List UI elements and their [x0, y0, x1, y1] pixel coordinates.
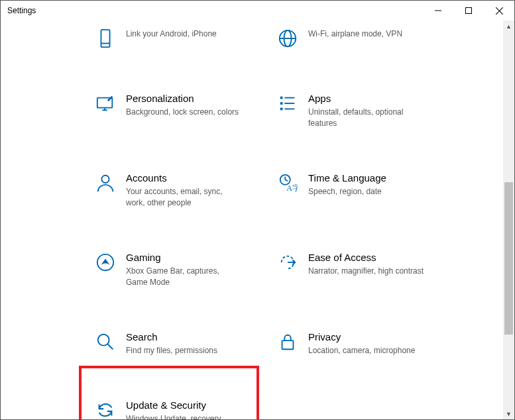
close-button[interactable]: [484, 1, 514, 21]
category-label: Gaming: [126, 251, 242, 264]
category-network[interactable]: Wi-Fi, airplane mode, VPN: [272, 23, 448, 56]
scroll-up-arrow[interactable]: ▲: [503, 21, 514, 32]
window-title: Settings: [7, 6, 423, 15]
privacy-icon: [276, 331, 299, 353]
accounts-icon: [94, 172, 117, 194]
svg-rect-17: [284, 109, 294, 110]
search-icon: [94, 331, 117, 353]
category-desc: Location, camera, microphone: [308, 345, 415, 356]
personalization-icon: [94, 92, 117, 115]
category-label: Accounts: [126, 172, 242, 185]
svg-rect-27: [282, 341, 294, 349]
gaming-icon: [94, 251, 117, 274]
client-area: Link your Android, iPhone Wi-Fi, airplan…: [1, 21, 514, 419]
svg-rect-1: [466, 8, 472, 14]
category-phone[interactable]: Link your Android, iPhone: [90, 23, 266, 56]
category-search[interactable]: Search Find my files, permissions: [90, 327, 266, 363]
category-label: Update & Security: [126, 399, 242, 412]
category-update-security[interactable]: Update & Security Windows Update, recove…: [90, 395, 266, 419]
titlebar: Settings: [1, 1, 514, 21]
settings-window: Settings: [0, 0, 515, 420]
category-label: Search: [126, 331, 217, 344]
maximize-button[interactable]: [453, 1, 484, 21]
category-privacy[interactable]: Privacy Location, camera, microphone: [272, 327, 448, 363]
update-icon: [94, 399, 117, 419]
category-gaming[interactable]: Gaming Xbox Game Bar, captures, Game Mod…: [90, 247, 266, 295]
category-label: Apps: [308, 92, 424, 105]
category-apps[interactable]: Apps Uninstall, defaults, optional featu…: [272, 88, 448, 136]
svg-rect-13: [284, 97, 294, 99]
time-language-icon: A字: [276, 172, 299, 194]
category-time-language[interactable]: A字 Time & Language Speech, region, date: [272, 168, 448, 215]
category-label: Privacy: [308, 331, 415, 344]
scroll-down-arrow[interactable]: ▼: [503, 408, 514, 419]
category-label: Ease of Access: [308, 251, 424, 264]
category-desc: Xbox Game Bar, captures, Game Mode: [126, 266, 242, 288]
content-area: Link your Android, iPhone Wi-Fi, airplan…: [1, 21, 503, 419]
category-desc: Link your Android, iPhone: [126, 28, 217, 40]
category-desc: Speech, region, date: [308, 186, 386, 197]
category-label: Personalization: [126, 92, 239, 105]
svg-rect-16: [280, 108, 283, 111]
globe-icon: [276, 27, 299, 50]
category-desc: Windows Update, recovery, backup: [126, 413, 242, 419]
minimize-button[interactable]: [423, 1, 453, 21]
category-personalization[interactable]: Personalization Background, lock screen,…: [90, 88, 266, 136]
phone-icon: [94, 27, 117, 50]
svg-rect-12: [280, 97, 283, 99]
category-accounts[interactable]: Accounts Your accounts, email, sync, wor…: [90, 168, 266, 215]
svg-point-25: [98, 335, 109, 346]
svg-rect-14: [280, 102, 283, 105]
svg-rect-4: [101, 30, 109, 47]
category-desc: Uninstall, defaults, optional features: [308, 107, 424, 129]
svg-line-21: [285, 180, 288, 181]
svg-line-26: [108, 344, 113, 350]
svg-rect-15: [284, 103, 294, 104]
category-desc: Background, lock screen, colors: [126, 107, 239, 118]
category-desc: Wi-Fi, airplane mode, VPN: [308, 28, 402, 40]
vertical-scrollbar[interactable]: ▲ ▼: [503, 21, 514, 419]
svg-text:A字: A字: [286, 184, 298, 193]
categories-grid: Link your Android, iPhone Wi-Fi, airplan…: [1, 21, 503, 419]
category-desc: Find my files, permissions: [126, 345, 217, 356]
category-label: Time & Language: [308, 172, 386, 185]
scroll-thumb[interactable]: [504, 182, 513, 335]
category-desc: Your accounts, email, sync, work, other …: [126, 186, 242, 209]
category-ease-of-access[interactable]: Ease of Access Narrator, magnifier, high…: [272, 247, 448, 295]
category-desc: Narrator, magnifier, high contrast: [308, 266, 424, 277]
apps-icon: [276, 92, 299, 115]
svg-point-18: [101, 176, 109, 183]
ease-of-access-icon: [276, 251, 299, 274]
